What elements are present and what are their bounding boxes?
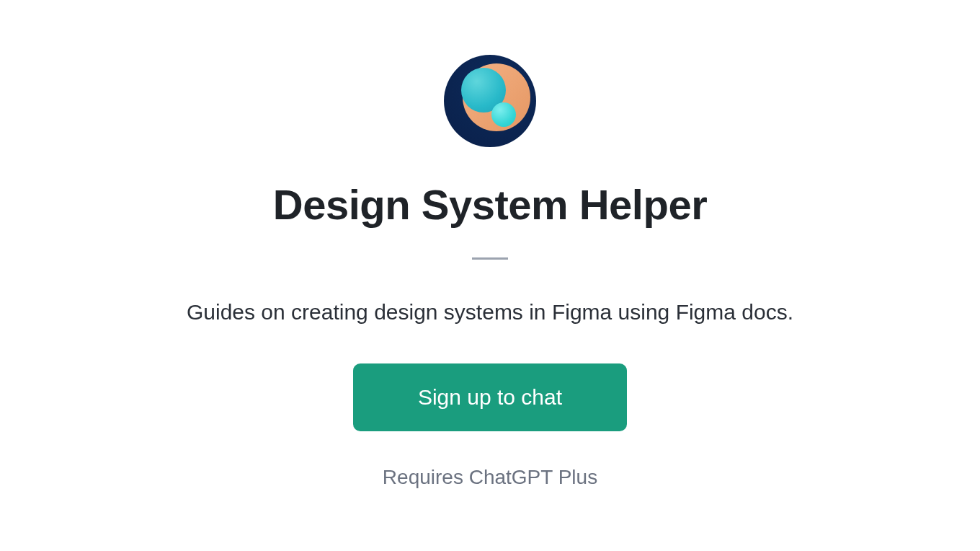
divider [472, 257, 508, 260]
app-logo-icon [444, 55, 536, 147]
app-description: Guides on creating design systems in Fig… [187, 300, 793, 325]
requires-note: Requires ChatGPT Plus [383, 466, 597, 489]
signup-button[interactable]: Sign up to chat [353, 363, 627, 431]
app-title: Design System Helper [273, 180, 707, 229]
